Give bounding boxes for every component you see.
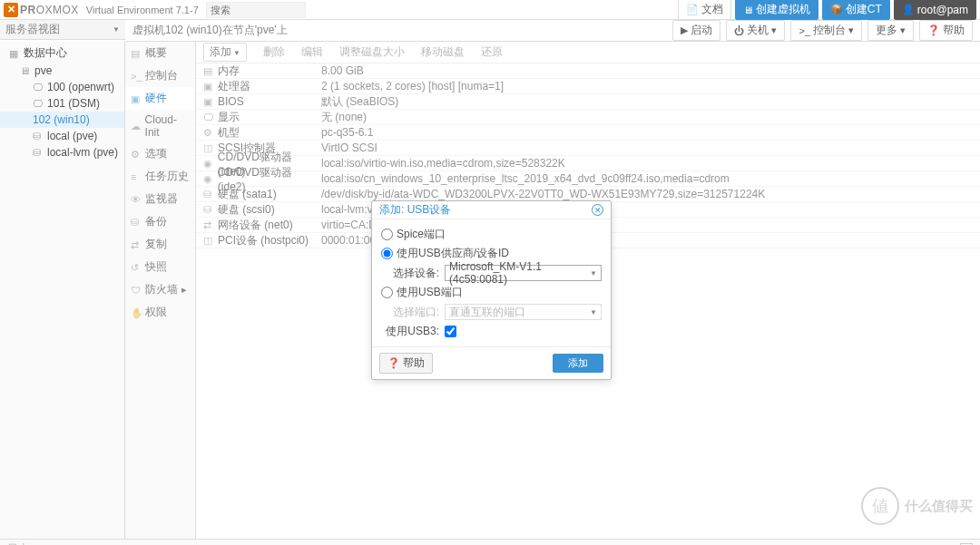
hw-icon: ◉ [203, 173, 214, 184]
hw-icon: 🖵 [203, 112, 214, 122]
search-input[interactable] [206, 2, 306, 18]
hw-row[interactable]: ▤内存8.00 GiB [196, 63, 980, 79]
tree-vm-101[interactable]: 🖵101 (DSM) [0, 95, 124, 112]
more-button[interactable]: 更多 ▾ [867, 20, 914, 41]
radio-spice-label: Spice端口 [397, 227, 446, 242]
modal-close-icon[interactable]: ✕ [592, 204, 603, 216]
hw-resize-button[interactable]: 调整磁盘大小 [339, 44, 405, 60]
console-button[interactable]: >_ 控制台 ▾ [790, 20, 862, 41]
device-label: 选择设备: [381, 266, 445, 281]
hw-icon: ▣ [203, 81, 214, 92]
create-ct-button[interactable]: 📦 创建CT [822, 0, 890, 20]
hw-icon: ▣ [203, 96, 214, 107]
hw-icon: ⛁ [203, 189, 214, 200]
hw-icon: ◉ [203, 158, 214, 169]
logo-icon: ✕ [4, 3, 18, 17]
hw-value: 无 (none) [321, 110, 367, 125]
tree-datacenter[interactable]: ▦数据中心 [0, 44, 124, 63]
watermark-text: 什么值得买 [905, 498, 973, 515]
menu-console[interactable]: >_控制台 [125, 64, 195, 87]
resource-tree: ▦数据中心 🖥pve 🖵100 (openwrt) 🖵101 (DSM) 102… [0, 42, 125, 539]
menu-taskhistory[interactable]: ≡任务历史 [125, 165, 195, 188]
menu-options[interactable]: ⚙选项 [125, 142, 195, 165]
tree-vm-102[interactable]: 102 (win10) [0, 112, 124, 128]
hw-label: 显示 [218, 110, 240, 125]
hw-value: 默认 (SeaBIOS) [321, 94, 398, 110]
usb3-checkbox[interactable] [445, 326, 456, 337]
hw-label: PCI设备 (hostpci0) [218, 233, 309, 248]
modal-add-button[interactable]: 添加 [553, 354, 603, 373]
hw-row[interactable]: ⚙机型pc-q35-6.1 [196, 125, 980, 141]
logo: ✕ PROXMOX Virtual Environment 7.1-7 [4, 3, 199, 17]
hw-move-button[interactable]: 移动磁盘 [421, 44, 465, 60]
hw-icon: ◫ [203, 142, 214, 153]
watermark: 値 什么值得买 [861, 487, 973, 525]
port-select: 直通互联的端口▼ [445, 304, 602, 320]
hw-remove-button[interactable]: 删除 [263, 44, 285, 60]
hw-value: /dev/disk/by-id/ata-WDC_WD3200LPVX-22V0T… [321, 188, 765, 200]
hw-edit-button[interactable]: 编辑 [301, 44, 323, 60]
hw-value: 2 (1 sockets, 2 cores) [host] [numa=1] [321, 80, 504, 92]
server-view-title[interactable]: 服务器视图▼ [0, 20, 125, 40]
menu-monitor[interactable]: 👁监视器 [125, 188, 195, 210]
create-vm-button[interactable]: 🖥 创建虚拟机 [735, 0, 818, 20]
hw-icon: ◫ [203, 235, 214, 246]
hw-row[interactable]: ◉CD/DVD驱动器 (ide2)local:iso/cn_windows_10… [196, 171, 980, 187]
menu-snapshot[interactable]: ↺快照 [125, 256, 195, 278]
hw-label: 内存 [218, 63, 240, 79]
hw-row[interactable]: ▣处理器2 (1 sockets, 2 cores) [host] [numa=… [196, 79, 980, 94]
breadcrumb: 虚拟机102 (win10)在节点'pve'上 [132, 23, 288, 38]
modal-help-button[interactable]: ❓ 帮助 [379, 353, 433, 374]
tree-node-pve[interactable]: 🖥pve [0, 63, 124, 79]
tree-storage-local[interactable]: ⛁local (pve) [0, 128, 124, 144]
menu-cloudinit[interactable]: ☁Cloud-Init [125, 110, 195, 142]
hw-value: pc-q35-6.1 [321, 126, 373, 139]
vm-menu: ▤概要 >_控制台 ▣硬件 ☁Cloud-Init ⚙选项 ≡任务历史 👁监视器… [125, 42, 196, 539]
version-label: Virtual Environment 7.1-7 [86, 5, 199, 15]
hw-label: 处理器 [218, 79, 250, 94]
logo-text: PROXMOX [20, 3, 79, 16]
radio-port[interactable] [381, 287, 393, 298]
radio-vendor[interactable] [381, 248, 393, 259]
user-menu[interactable]: 👤 root@pam [894, 0, 976, 20]
hw-icon: ⚙ [203, 127, 214, 138]
tree-vm-100[interactable]: 🖵100 (openwrt) [0, 79, 124, 95]
radio-vendor-label: 使用USB供应商/设备ID [397, 246, 509, 261]
hw-row[interactable]: ▣BIOS默认 (SeaBIOS) [196, 94, 980, 110]
radio-spice[interactable] [381, 229, 393, 240]
start-button[interactable]: ▶ 启动 [672, 20, 720, 41]
menu-hardware[interactable]: ▣硬件 [125, 87, 195, 110]
menu-backup[interactable]: ⛁备份 [125, 210, 195, 233]
hw-label: BIOS [218, 95, 244, 108]
hw-value: VirtIO SCSI [321, 141, 377, 154]
hw-value: 0000:01:00. [321, 234, 378, 247]
usb3-label: 使用USB3: [381, 324, 445, 339]
menu-permission[interactable]: ✋权限 [125, 301, 195, 324]
shutdown-button[interactable]: ⏻ 关机 ▾ [726, 20, 785, 41]
hw-icon: ▤ [203, 65, 214, 76]
modal-title: 添加: USB设备 [379, 202, 451, 218]
device-select[interactable]: Microsoft_KM-V1.1 (4c59:0081)▼ [445, 265, 602, 281]
tree-storage-locallvm[interactable]: ⛁local-lvm (pve) [0, 144, 124, 161]
menu-firewall[interactable]: 🛡防火墙 ▸ [125, 278, 195, 301]
hw-label: 网络设备 (net0) [218, 218, 293, 233]
hw-value: 8.00 GiB [321, 64, 364, 77]
port-label: 选择端口: [381, 305, 445, 320]
hw-label: 机型 [218, 125, 240, 141]
hw-row[interactable]: 🖵显示无 (none) [196, 110, 980, 125]
hw-revert-button[interactable]: 还原 [481, 44, 503, 60]
hw-icon: ⇄ [203, 219, 214, 230]
menu-replication[interactable]: ⇄复制 [125, 233, 195, 256]
hw-label: 硬盘 (sata1) [218, 187, 277, 202]
hw-label: 硬盘 (scsi0) [218, 202, 275, 218]
watermark-icon: 値 [861, 487, 899, 525]
log-title: 日志 [7, 541, 29, 545]
doc-button[interactable]: 📄 文档 [678, 0, 731, 20]
radio-port-label: 使用USB端口 [397, 285, 463, 300]
hw-value: local:iso/virtio-win.iso,media=cdrom,siz… [321, 157, 565, 170]
add-usb-modal: 添加: USB设备 ✕ Spice端口 使用USB供应商/设备ID 选择设备: … [371, 200, 612, 380]
hw-value: local:iso/cn_windows_10_enterprise_ltsc_… [321, 172, 730, 185]
help-button[interactable]: ❓ 帮助 [919, 20, 973, 41]
menu-summary[interactable]: ▤概要 [125, 42, 195, 64]
hw-add-button[interactable]: 添加▼ [203, 43, 247, 62]
